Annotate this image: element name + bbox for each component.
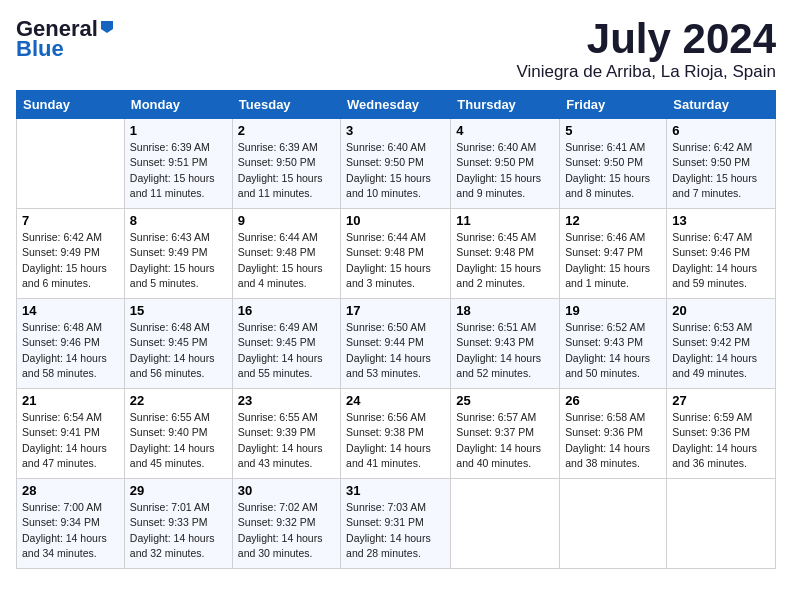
cell-info: Sunrise: 6:39 AMSunset: 9:50 PMDaylight:… bbox=[238, 141, 323, 199]
cell-info: Sunrise: 6:39 AMSunset: 9:51 PMDaylight:… bbox=[130, 141, 215, 199]
day-number: 20 bbox=[672, 303, 770, 318]
day-number: 5 bbox=[565, 123, 661, 138]
calendar-week-row: 28Sunrise: 7:00 AMSunset: 9:34 PMDayligh… bbox=[17, 479, 776, 569]
calendar-cell: 12Sunrise: 6:46 AMSunset: 9:47 PMDayligh… bbox=[560, 209, 667, 299]
cell-info: Sunrise: 7:02 AMSunset: 9:32 PMDaylight:… bbox=[238, 501, 323, 559]
day-number: 21 bbox=[22, 393, 119, 408]
cell-info: Sunrise: 6:42 AMSunset: 9:50 PMDaylight:… bbox=[672, 141, 757, 199]
calendar-cell: 26Sunrise: 6:58 AMSunset: 9:36 PMDayligh… bbox=[560, 389, 667, 479]
cell-info: Sunrise: 6:51 AMSunset: 9:43 PMDaylight:… bbox=[456, 321, 541, 379]
cell-info: Sunrise: 6:47 AMSunset: 9:46 PMDaylight:… bbox=[672, 231, 757, 289]
cell-info: Sunrise: 7:01 AMSunset: 9:33 PMDaylight:… bbox=[130, 501, 215, 559]
calendar-cell: 13Sunrise: 6:47 AMSunset: 9:46 PMDayligh… bbox=[667, 209, 776, 299]
day-number: 7 bbox=[22, 213, 119, 228]
cell-info: Sunrise: 6:57 AMSunset: 9:37 PMDaylight:… bbox=[456, 411, 541, 469]
calendar-cell bbox=[17, 119, 125, 209]
calendar-week-row: 21Sunrise: 6:54 AMSunset: 9:41 PMDayligh… bbox=[17, 389, 776, 479]
page-header: General Blue July 2024 Viniegra de Arrib… bbox=[16, 16, 776, 82]
weekday-header-row: SundayMondayTuesdayWednesdayThursdayFrid… bbox=[17, 91, 776, 119]
cell-info: Sunrise: 6:48 AMSunset: 9:45 PMDaylight:… bbox=[130, 321, 215, 379]
cell-info: Sunrise: 6:44 AMSunset: 9:48 PMDaylight:… bbox=[238, 231, 323, 289]
cell-info: Sunrise: 6:52 AMSunset: 9:43 PMDaylight:… bbox=[565, 321, 650, 379]
calendar-cell bbox=[560, 479, 667, 569]
weekday-header: Saturday bbox=[667, 91, 776, 119]
day-number: 23 bbox=[238, 393, 335, 408]
cell-info: Sunrise: 6:55 AMSunset: 9:39 PMDaylight:… bbox=[238, 411, 323, 469]
calendar-week-row: 1Sunrise: 6:39 AMSunset: 9:51 PMDaylight… bbox=[17, 119, 776, 209]
cell-info: Sunrise: 6:40 AMSunset: 9:50 PMDaylight:… bbox=[346, 141, 431, 199]
calendar-cell: 21Sunrise: 6:54 AMSunset: 9:41 PMDayligh… bbox=[17, 389, 125, 479]
calendar-cell: 31Sunrise: 7:03 AMSunset: 9:31 PMDayligh… bbox=[341, 479, 451, 569]
cell-info: Sunrise: 6:54 AMSunset: 9:41 PMDaylight:… bbox=[22, 411, 107, 469]
cell-info: Sunrise: 6:56 AMSunset: 9:38 PMDaylight:… bbox=[346, 411, 431, 469]
day-number: 9 bbox=[238, 213, 335, 228]
logo-blue: Blue bbox=[16, 36, 64, 62]
calendar-cell: 14Sunrise: 6:48 AMSunset: 9:46 PMDayligh… bbox=[17, 299, 125, 389]
calendar-cell: 3Sunrise: 6:40 AMSunset: 9:50 PMDaylight… bbox=[341, 119, 451, 209]
cell-info: Sunrise: 7:03 AMSunset: 9:31 PMDaylight:… bbox=[346, 501, 431, 559]
weekday-header: Wednesday bbox=[341, 91, 451, 119]
cell-info: Sunrise: 6:59 AMSunset: 9:36 PMDaylight:… bbox=[672, 411, 757, 469]
day-number: 10 bbox=[346, 213, 445, 228]
cell-info: Sunrise: 6:41 AMSunset: 9:50 PMDaylight:… bbox=[565, 141, 650, 199]
svg-marker-0 bbox=[101, 21, 113, 33]
cell-info: Sunrise: 6:45 AMSunset: 9:48 PMDaylight:… bbox=[456, 231, 541, 289]
calendar-cell: 29Sunrise: 7:01 AMSunset: 9:33 PMDayligh… bbox=[124, 479, 232, 569]
calendar-cell: 4Sunrise: 6:40 AMSunset: 9:50 PMDaylight… bbox=[451, 119, 560, 209]
day-number: 2 bbox=[238, 123, 335, 138]
cell-info: Sunrise: 6:46 AMSunset: 9:47 PMDaylight:… bbox=[565, 231, 650, 289]
calendar-cell: 8Sunrise: 6:43 AMSunset: 9:49 PMDaylight… bbox=[124, 209, 232, 299]
calendar-cell: 15Sunrise: 6:48 AMSunset: 9:45 PMDayligh… bbox=[124, 299, 232, 389]
cell-info: Sunrise: 6:53 AMSunset: 9:42 PMDaylight:… bbox=[672, 321, 757, 379]
day-number: 25 bbox=[456, 393, 554, 408]
day-number: 29 bbox=[130, 483, 227, 498]
cell-info: Sunrise: 6:55 AMSunset: 9:40 PMDaylight:… bbox=[130, 411, 215, 469]
calendar-cell: 18Sunrise: 6:51 AMSunset: 9:43 PMDayligh… bbox=[451, 299, 560, 389]
calendar-cell: 9Sunrise: 6:44 AMSunset: 9:48 PMDaylight… bbox=[232, 209, 340, 299]
weekday-header: Sunday bbox=[17, 91, 125, 119]
weekday-header: Monday bbox=[124, 91, 232, 119]
cell-info: Sunrise: 6:49 AMSunset: 9:45 PMDaylight:… bbox=[238, 321, 323, 379]
day-number: 3 bbox=[346, 123, 445, 138]
day-number: 4 bbox=[456, 123, 554, 138]
cell-info: Sunrise: 6:48 AMSunset: 9:46 PMDaylight:… bbox=[22, 321, 107, 379]
logo: General Blue bbox=[16, 16, 115, 62]
calendar-cell: 27Sunrise: 6:59 AMSunset: 9:36 PMDayligh… bbox=[667, 389, 776, 479]
day-number: 24 bbox=[346, 393, 445, 408]
day-number: 1 bbox=[130, 123, 227, 138]
calendar-cell: 1Sunrise: 6:39 AMSunset: 9:51 PMDaylight… bbox=[124, 119, 232, 209]
calendar-cell: 20Sunrise: 6:53 AMSunset: 9:42 PMDayligh… bbox=[667, 299, 776, 389]
calendar-cell: 24Sunrise: 6:56 AMSunset: 9:38 PMDayligh… bbox=[341, 389, 451, 479]
day-number: 12 bbox=[565, 213, 661, 228]
calendar-cell: 5Sunrise: 6:41 AMSunset: 9:50 PMDaylight… bbox=[560, 119, 667, 209]
calendar-cell: 19Sunrise: 6:52 AMSunset: 9:43 PMDayligh… bbox=[560, 299, 667, 389]
calendar-cell: 17Sunrise: 6:50 AMSunset: 9:44 PMDayligh… bbox=[341, 299, 451, 389]
calendar-cell: 28Sunrise: 7:00 AMSunset: 9:34 PMDayligh… bbox=[17, 479, 125, 569]
calendar-location: Viniegra de Arriba, La Rioja, Spain bbox=[516, 62, 776, 82]
calendar-title: July 2024 bbox=[516, 16, 776, 62]
weekday-header: Thursday bbox=[451, 91, 560, 119]
calendar-cell: 16Sunrise: 6:49 AMSunset: 9:45 PMDayligh… bbox=[232, 299, 340, 389]
day-number: 14 bbox=[22, 303, 119, 318]
calendar-cell: 23Sunrise: 6:55 AMSunset: 9:39 PMDayligh… bbox=[232, 389, 340, 479]
calendar-cell: 22Sunrise: 6:55 AMSunset: 9:40 PMDayligh… bbox=[124, 389, 232, 479]
calendar-cell: 2Sunrise: 6:39 AMSunset: 9:50 PMDaylight… bbox=[232, 119, 340, 209]
cell-info: Sunrise: 6:43 AMSunset: 9:49 PMDaylight:… bbox=[130, 231, 215, 289]
day-number: 6 bbox=[672, 123, 770, 138]
day-number: 13 bbox=[672, 213, 770, 228]
day-number: 19 bbox=[565, 303, 661, 318]
title-block: July 2024 Viniegra de Arriba, La Rioja, … bbox=[516, 16, 776, 82]
day-number: 17 bbox=[346, 303, 445, 318]
calendar-cell bbox=[451, 479, 560, 569]
day-number: 16 bbox=[238, 303, 335, 318]
cell-info: Sunrise: 6:58 AMSunset: 9:36 PMDaylight:… bbox=[565, 411, 650, 469]
cell-info: Sunrise: 7:00 AMSunset: 9:34 PMDaylight:… bbox=[22, 501, 107, 559]
calendar-week-row: 14Sunrise: 6:48 AMSunset: 9:46 PMDayligh… bbox=[17, 299, 776, 389]
cell-info: Sunrise: 6:42 AMSunset: 9:49 PMDaylight:… bbox=[22, 231, 107, 289]
day-number: 26 bbox=[565, 393, 661, 408]
day-number: 28 bbox=[22, 483, 119, 498]
calendar-cell: 30Sunrise: 7:02 AMSunset: 9:32 PMDayligh… bbox=[232, 479, 340, 569]
logo-flag-icon bbox=[99, 19, 115, 35]
day-number: 30 bbox=[238, 483, 335, 498]
day-number: 27 bbox=[672, 393, 770, 408]
